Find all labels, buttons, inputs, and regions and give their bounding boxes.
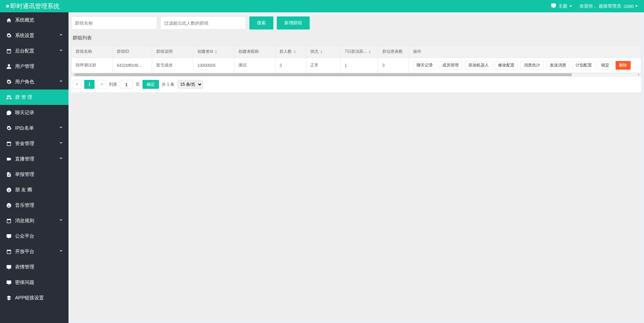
sidebar-item-15[interactable]: 开放平台 <box>0 244 69 259</box>
th-creator-nick[interactable]: 创建者昵称 <box>234 46 275 58</box>
th-name[interactable]: 群组名称 <box>72 46 113 58</box>
sidebar-item-label: 密保问题 <box>15 279 34 286</box>
sidebar-item-5[interactable]: 群 管 理 <box>0 89 69 105</box>
sidebar-item-label: 群 管 理 <box>15 94 32 100</box>
sidebar-item-label: 直播管理 <box>15 156 34 162</box>
top-header: 即时通讯管理系统 主题 欢迎你， 超级管理员 :1000 <box>0 0 644 12</box>
edit-config-button[interactable]: 修改配置 <box>495 61 518 70</box>
sidebar-item-label: 用户角色 <box>15 79 34 85</box>
smile-icon <box>6 187 12 193</box>
sidebar-item-11[interactable]: 朋 友 圈 <box>0 182 69 198</box>
sidebar-item-2[interactable]: 后台配置 <box>0 43 69 59</box>
chevron-down-icon <box>60 126 62 130</box>
search-button[interactable]: 搜索 <box>249 16 273 29</box>
cell-activity: 1 <box>340 58 378 73</box>
cell-desc: 暂无描述 <box>152 58 193 73</box>
plan-config-button[interactable]: 计划配置 <box>572 61 595 70</box>
chevron-down-icon <box>60 141 62 146</box>
sidebar-item-14[interactable]: 公众平台 <box>0 228 69 244</box>
cell-status: 正常 <box>306 58 340 73</box>
monitor-icon <box>6 264 12 270</box>
cell-msg-count: 3 <box>378 58 409 73</box>
sidebar-item-16[interactable]: 表情管理 <box>0 259 69 275</box>
sidebar-item-label: 表情管理 <box>15 264 34 270</box>
sidebar-item-13[interactable]: 消息规则 <box>0 213 69 228</box>
sidebar-item-label: 聊天记录 <box>15 110 34 116</box>
sidebar-item-9[interactable]: 直播管理 <box>0 151 69 167</box>
prev-page-button[interactable]: < <box>73 80 82 89</box>
sidebar-item-7[interactable]: IP白名单 <box>0 120 69 136</box>
chevron-down-icon <box>635 5 638 8</box>
chevron-down-icon <box>60 157 62 161</box>
layers-icon <box>6 295 12 301</box>
sidebar-item-12[interactable]: 音乐管理 <box>0 198 69 213</box>
chat-log-button[interactable]: 聊天记录 <box>413 61 436 70</box>
next-page-button[interactable]: > <box>97 80 106 89</box>
goto-confirm-button[interactable]: 确定 <box>143 80 159 89</box>
sidebar-item-label: APP链接设置 <box>15 295 44 301</box>
th-count[interactable]: 群人数▲▼ <box>275 46 306 58</box>
th-creator-id[interactable]: 创建者Id▲▼ <box>193 46 234 58</box>
sidebar-item-label: 朋 友 圈 <box>15 187 32 193</box>
send-msg-button[interactable]: 发送消息 <box>546 61 570 70</box>
scrollbar-thumb[interactable] <box>75 73 572 76</box>
th-status[interactable]: 状态▲▼ <box>306 46 340 58</box>
sidebar-item-label: 公众平台 <box>15 233 34 239</box>
sidebar-item-0[interactable]: 系统概览 <box>0 12 69 28</box>
table-row: 哇呼测试群 6432bff0cf8... 暂无描述 10000005 测试 3 … <box>72 58 641 73</box>
theme-switcher[interactable]: 主题 <box>551 3 572 10</box>
sort-icon: ▲▼ <box>214 50 218 54</box>
sidebar-item-label: 资金管理 <box>15 141 34 147</box>
delete-button[interactable]: 删除 <box>616 61 631 70</box>
th-desc[interactable]: 群组说明 <box>152 46 193 58</box>
chevron-down-icon <box>60 80 62 84</box>
section-title: 群组列表 <box>71 34 641 45</box>
chevron-down-icon <box>60 249 62 254</box>
sidebar-item-label: IP白名单 <box>15 125 34 131</box>
th-id[interactable]: 群组ID <box>113 46 152 58</box>
group-name-input[interactable] <box>71 16 157 29</box>
member-mgmt-button[interactable]: 成员管理 <box>439 61 462 70</box>
sidebar-item-18[interactable]: APP链接设置 <box>0 290 69 306</box>
sidebar-item-17[interactable]: 密保问题 <box>0 275 69 290</box>
page-number[interactable]: 1 <box>84 80 95 89</box>
sidebar-item-1[interactable]: 系统设置 <box>0 28 69 43</box>
th-msg-count[interactable]: 群信息条数 <box>378 46 409 58</box>
cell-ops: 聊天记录 成员管理 添加机器人 修改配置 消息统计 发送消息 计划配置 锁定 删… <box>409 58 641 73</box>
search-toolbar: 搜索 新增群组 <box>71 16 641 34</box>
goto-page-input[interactable] <box>120 80 133 89</box>
calendar-icon <box>6 48 12 54</box>
member-filter-input[interactable] <box>160 16 246 29</box>
add-bot-button[interactable]: 添加机器人 <box>465 61 492 70</box>
sidebar-item-label: 后台配置 <box>15 48 34 54</box>
sidebar-item-3[interactable]: 用户管理 <box>0 59 69 74</box>
calendar-icon <box>6 218 12 224</box>
cell-id: 6432bff0cf8... <box>113 58 152 73</box>
gear-icon <box>6 125 12 131</box>
sidebar-item-6[interactable]: 聊天记录 <box>0 105 69 120</box>
add-group-button[interactable]: 新增群组 <box>277 16 310 29</box>
page-size-select[interactable]: 15 条/页 <box>177 80 203 89</box>
sidebar: 系统概览系统设置后台配置用户管理用户角色群 管 理聊天记录IP白名单资金管理直播… <box>0 12 69 323</box>
sidebar-item-8[interactable]: 资金管理 <box>0 136 69 151</box>
chevron-down-icon <box>569 5 572 8</box>
goto-suffix: 页 <box>136 82 140 87</box>
user-menu[interactable]: 欢迎你， 超级管理员 :1000 <box>580 3 638 9</box>
doc-icon <box>6 172 12 177</box>
total-count: 共 1 条 <box>162 82 174 87</box>
sort-icon: ▲▼ <box>368 50 371 54</box>
chat-icon <box>6 110 12 116</box>
chevron-down-icon <box>60 218 62 223</box>
msg-stats-button[interactable]: 消息统计 <box>520 61 544 70</box>
th-activity[interactable]: 7日群活跃...▲▼ <box>340 46 378 58</box>
sidebar-item-4[interactable]: 用户角色 <box>0 74 69 89</box>
th-ops: 操作 <box>409 46 641 58</box>
sidebar-item-label: 开放平台 <box>15 249 34 255</box>
sidebar-item-10[interactable]: 举报管理 <box>0 167 69 182</box>
cell-creator-id: 10000005 <box>193 58 234 73</box>
monitor-icon <box>6 280 12 285</box>
horizontal-scrollbar[interactable] <box>71 73 641 76</box>
lock-button[interactable]: 锁定 <box>598 61 613 70</box>
sidebar-item-label: 用户管理 <box>15 63 34 70</box>
gear-icon <box>6 33 12 38</box>
